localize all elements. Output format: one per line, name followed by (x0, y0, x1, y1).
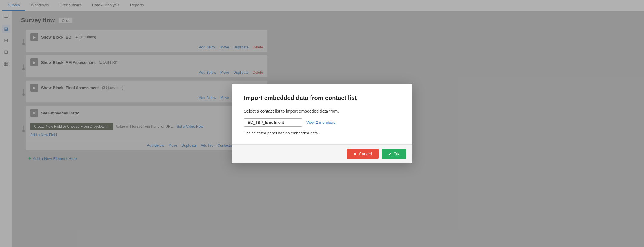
modal-body: Import embedded data from contact list S… (232, 84, 412, 144)
ok-button[interactable]: ✔ OK (382, 149, 406, 159)
modal-description: Select a contact list to import embedded… (244, 109, 400, 114)
modal-info-text: The selected panel has no embedded data. (244, 131, 400, 135)
view-members-link[interactable]: View 2 members (306, 120, 336, 125)
contact-list-input[interactable] (244, 118, 302, 127)
ok-icon: ✔ (388, 152, 392, 156)
contact-list-row: View 2 members (244, 118, 400, 127)
ok-label: OK (394, 152, 400, 156)
modal-footer: ✕ Cancel ✔ OK (232, 144, 412, 163)
cancel-icon: ✕ (353, 152, 357, 156)
modal-overlay: Import embedded data from contact list S… (0, 0, 644, 247)
modal-title: Import embedded data from contact list (244, 95, 400, 102)
cancel-button[interactable]: ✕ Cancel (347, 149, 379, 159)
modal-dialog: Import embedded data from contact list S… (232, 84, 412, 163)
cancel-label: Cancel (359, 152, 372, 156)
